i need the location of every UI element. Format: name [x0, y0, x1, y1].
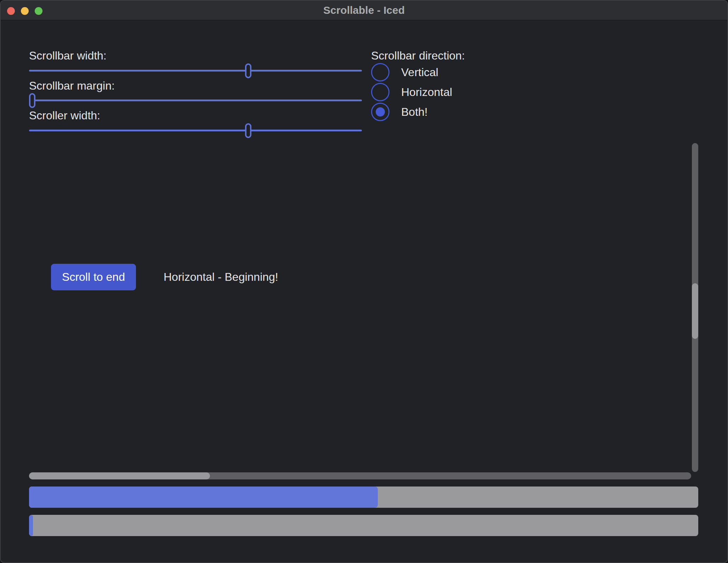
scroller-width-slider[interactable] — [29, 123, 362, 138]
vertical-scrollbar-thumb[interactable] — [692, 283, 698, 339]
scrollbar-margin-label: Scrollbar margin: — [29, 78, 115, 93]
slider-rail — [29, 130, 362, 131]
scrollbar-width-label: Scrollbar width: — [29, 48, 107, 63]
radio-vertical[interactable]: Vertical — [371, 62, 438, 82]
slider-rail — [29, 99, 362, 101]
scroller-width-label: Scroller width: — [29, 108, 100, 123]
scrollbar-margin-slider[interactable] — [29, 93, 362, 108]
radio-both[interactable]: Both! — [371, 102, 428, 122]
horizontal-scrollbar-track[interactable] — [29, 472, 691, 479]
scrollbar-direction-label: Scrollbar direction: — [371, 48, 465, 63]
radio-horizontal-label: Horizontal — [401, 86, 452, 99]
app-window: Scrollable - Iced Scrollbar width: Scrol… — [0, 0, 728, 563]
window-title: Scrollable - Iced — [1, 1, 727, 21]
slider-handle[interactable] — [245, 63, 251, 78]
radio-circle-icon — [371, 63, 389, 81]
radio-both-label: Both! — [401, 106, 428, 119]
radio-dot-icon — [376, 107, 385, 116]
horizontal-progress-bar — [29, 487, 698, 508]
slider-handle[interactable] — [29, 93, 35, 108]
slider-handle[interactable] — [245, 123, 251, 138]
radio-circle-icon — [371, 103, 389, 121]
radio-vertical-label: Vertical — [401, 66, 438, 79]
scroll-to-end-button[interactable]: Scroll to end — [51, 264, 136, 290]
vertical-progress-bar — [29, 515, 698, 536]
radio-circle-icon — [371, 83, 389, 101]
radio-horizontal[interactable]: Horizontal — [371, 82, 452, 102]
progress-fill — [29, 487, 378, 508]
titlebar: Scrollable - Iced — [1, 1, 727, 21]
scrollbar-width-slider[interactable] — [29, 63, 362, 78]
progress-fill — [29, 515, 33, 536]
horizontal-scrollbar-thumb[interactable] — [29, 472, 210, 479]
scroll-status-text: Horizontal - Beginning! — [164, 269, 278, 285]
slider-rail — [29, 70, 362, 72]
vertical-scrollbar-track[interactable] — [692, 143, 698, 472]
